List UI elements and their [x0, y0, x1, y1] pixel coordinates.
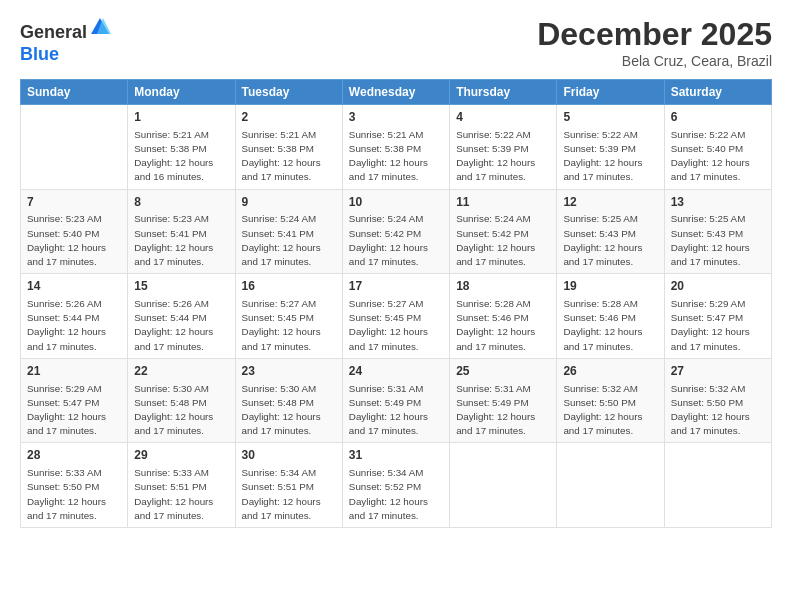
week-row-4: 21Sunrise: 5:29 AMSunset: 5:47 PMDayligh… [21, 358, 772, 443]
day-number: 24 [349, 363, 443, 380]
calendar-cell: 5Sunrise: 5:22 AMSunset: 5:39 PMDaylight… [557, 105, 664, 190]
calendar-cell: 11Sunrise: 5:24 AMSunset: 5:42 PMDayligh… [450, 189, 557, 274]
day-info: Sunrise: 5:24 AMSunset: 5:42 PMDaylight:… [456, 212, 550, 269]
day-info: Sunrise: 5:30 AMSunset: 5:48 PMDaylight:… [242, 382, 336, 439]
calendar-cell: 3Sunrise: 5:21 AMSunset: 5:38 PMDaylight… [342, 105, 449, 190]
calendar-cell: 22Sunrise: 5:30 AMSunset: 5:48 PMDayligh… [128, 358, 235, 443]
logo-text: General Blue [20, 16, 111, 65]
day-number: 1 [134, 109, 228, 126]
day-number: 7 [27, 194, 121, 211]
header: General Blue December 2025 Bela Cruz, Ce… [20, 16, 772, 69]
day-number: 29 [134, 447, 228, 464]
day-number: 4 [456, 109, 550, 126]
calendar-cell: 4Sunrise: 5:22 AMSunset: 5:39 PMDaylight… [450, 105, 557, 190]
week-row-2: 7Sunrise: 5:23 AMSunset: 5:40 PMDaylight… [21, 189, 772, 274]
calendar-cell: 13Sunrise: 5:25 AMSunset: 5:43 PMDayligh… [664, 189, 771, 274]
calendar-cell: 28Sunrise: 5:33 AMSunset: 5:50 PMDayligh… [21, 443, 128, 528]
day-number: 26 [563, 363, 657, 380]
week-row-5: 28Sunrise: 5:33 AMSunset: 5:50 PMDayligh… [21, 443, 772, 528]
day-number: 6 [671, 109, 765, 126]
day-number: 28 [27, 447, 121, 464]
day-info: Sunrise: 5:30 AMSunset: 5:48 PMDaylight:… [134, 382, 228, 439]
page-container: General Blue December 2025 Bela Cruz, Ce… [0, 0, 792, 538]
day-info: Sunrise: 5:23 AMSunset: 5:40 PMDaylight:… [27, 212, 121, 269]
day-info: Sunrise: 5:34 AMSunset: 5:51 PMDaylight:… [242, 466, 336, 523]
day-info: Sunrise: 5:23 AMSunset: 5:41 PMDaylight:… [134, 212, 228, 269]
logo-icon [89, 16, 111, 38]
day-number: 10 [349, 194, 443, 211]
calendar-cell: 17Sunrise: 5:27 AMSunset: 5:45 PMDayligh… [342, 274, 449, 359]
day-number: 21 [27, 363, 121, 380]
weekday-header-thursday: Thursday [450, 80, 557, 105]
calendar-cell: 7Sunrise: 5:23 AMSunset: 5:40 PMDaylight… [21, 189, 128, 274]
day-info: Sunrise: 5:27 AMSunset: 5:45 PMDaylight:… [349, 297, 443, 354]
calendar-cell: 24Sunrise: 5:31 AMSunset: 5:49 PMDayligh… [342, 358, 449, 443]
logo-blue: Blue [20, 44, 59, 64]
day-number: 3 [349, 109, 443, 126]
day-info: Sunrise: 5:24 AMSunset: 5:42 PMDaylight:… [349, 212, 443, 269]
day-number: 25 [456, 363, 550, 380]
calendar-cell [664, 443, 771, 528]
day-number: 11 [456, 194, 550, 211]
weekday-header-sunday: Sunday [21, 80, 128, 105]
day-info: Sunrise: 5:21 AMSunset: 5:38 PMDaylight:… [242, 128, 336, 185]
calendar-cell: 19Sunrise: 5:28 AMSunset: 5:46 PMDayligh… [557, 274, 664, 359]
calendar-cell: 29Sunrise: 5:33 AMSunset: 5:51 PMDayligh… [128, 443, 235, 528]
day-number: 2 [242, 109, 336, 126]
calendar-cell: 20Sunrise: 5:29 AMSunset: 5:47 PMDayligh… [664, 274, 771, 359]
calendar-cell: 23Sunrise: 5:30 AMSunset: 5:48 PMDayligh… [235, 358, 342, 443]
calendar-cell: 30Sunrise: 5:34 AMSunset: 5:51 PMDayligh… [235, 443, 342, 528]
day-number: 8 [134, 194, 228, 211]
weekday-header-friday: Friday [557, 80, 664, 105]
day-number: 27 [671, 363, 765, 380]
day-info: Sunrise: 5:21 AMSunset: 5:38 PMDaylight:… [349, 128, 443, 185]
logo: General Blue [20, 16, 111, 65]
day-info: Sunrise: 5:22 AMSunset: 5:39 PMDaylight:… [563, 128, 657, 185]
day-number: 19 [563, 278, 657, 295]
week-row-1: 1Sunrise: 5:21 AMSunset: 5:38 PMDaylight… [21, 105, 772, 190]
calendar-cell: 16Sunrise: 5:27 AMSunset: 5:45 PMDayligh… [235, 274, 342, 359]
calendar-cell: 18Sunrise: 5:28 AMSunset: 5:46 PMDayligh… [450, 274, 557, 359]
day-number: 15 [134, 278, 228, 295]
day-number: 17 [349, 278, 443, 295]
day-number: 13 [671, 194, 765, 211]
calendar-cell: 6Sunrise: 5:22 AMSunset: 5:40 PMDaylight… [664, 105, 771, 190]
month-title: December 2025 [537, 16, 772, 53]
day-number: 20 [671, 278, 765, 295]
title-block: December 2025 Bela Cruz, Ceara, Brazil [537, 16, 772, 69]
weekday-header-saturday: Saturday [664, 80, 771, 105]
week-row-3: 14Sunrise: 5:26 AMSunset: 5:44 PMDayligh… [21, 274, 772, 359]
day-info: Sunrise: 5:33 AMSunset: 5:51 PMDaylight:… [134, 466, 228, 523]
calendar-cell: 8Sunrise: 5:23 AMSunset: 5:41 PMDaylight… [128, 189, 235, 274]
logo-general: General [20, 22, 87, 42]
calendar-cell: 31Sunrise: 5:34 AMSunset: 5:52 PMDayligh… [342, 443, 449, 528]
calendar-cell: 9Sunrise: 5:24 AMSunset: 5:41 PMDaylight… [235, 189, 342, 274]
day-number: 22 [134, 363, 228, 380]
weekday-header-row: SundayMondayTuesdayWednesdayThursdayFrid… [21, 80, 772, 105]
day-info: Sunrise: 5:29 AMSunset: 5:47 PMDaylight:… [27, 382, 121, 439]
day-info: Sunrise: 5:27 AMSunset: 5:45 PMDaylight:… [242, 297, 336, 354]
calendar-cell: 14Sunrise: 5:26 AMSunset: 5:44 PMDayligh… [21, 274, 128, 359]
day-info: Sunrise: 5:34 AMSunset: 5:52 PMDaylight:… [349, 466, 443, 523]
day-number: 5 [563, 109, 657, 126]
day-info: Sunrise: 5:22 AMSunset: 5:40 PMDaylight:… [671, 128, 765, 185]
day-info: Sunrise: 5:32 AMSunset: 5:50 PMDaylight:… [563, 382, 657, 439]
calendar-table: SundayMondayTuesdayWednesdayThursdayFrid… [20, 79, 772, 528]
day-info: Sunrise: 5:28 AMSunset: 5:46 PMDaylight:… [456, 297, 550, 354]
day-info: Sunrise: 5:28 AMSunset: 5:46 PMDaylight:… [563, 297, 657, 354]
calendar-cell [450, 443, 557, 528]
calendar-cell [21, 105, 128, 190]
day-number: 30 [242, 447, 336, 464]
day-info: Sunrise: 5:24 AMSunset: 5:41 PMDaylight:… [242, 212, 336, 269]
day-info: Sunrise: 5:29 AMSunset: 5:47 PMDaylight:… [671, 297, 765, 354]
location: Bela Cruz, Ceara, Brazil [537, 53, 772, 69]
day-info: Sunrise: 5:26 AMSunset: 5:44 PMDaylight:… [134, 297, 228, 354]
calendar-cell: 25Sunrise: 5:31 AMSunset: 5:49 PMDayligh… [450, 358, 557, 443]
day-number: 12 [563, 194, 657, 211]
day-info: Sunrise: 5:32 AMSunset: 5:50 PMDaylight:… [671, 382, 765, 439]
day-number: 18 [456, 278, 550, 295]
day-number: 9 [242, 194, 336, 211]
calendar-cell [557, 443, 664, 528]
calendar-cell: 27Sunrise: 5:32 AMSunset: 5:50 PMDayligh… [664, 358, 771, 443]
day-info: Sunrise: 5:25 AMSunset: 5:43 PMDaylight:… [563, 212, 657, 269]
